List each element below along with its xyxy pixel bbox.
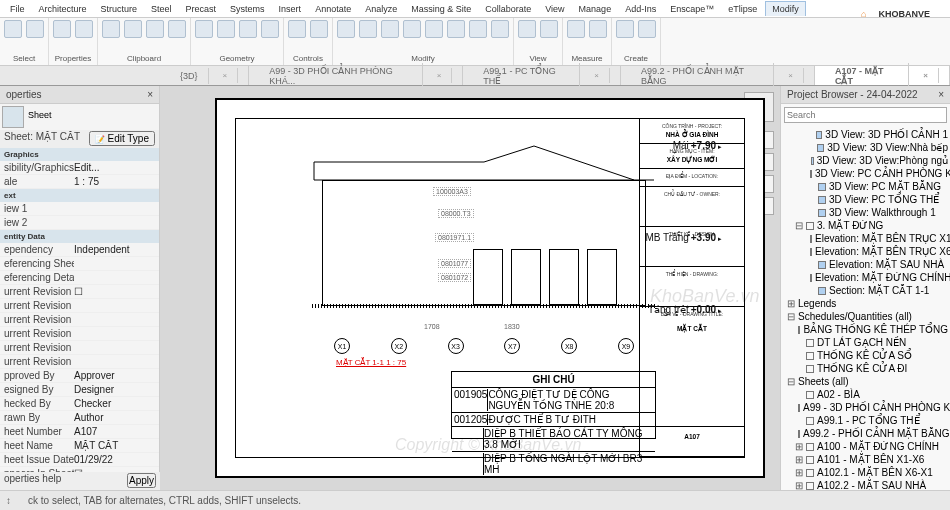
- tool-icon[interactable]: [310, 20, 328, 38]
- tool-icon[interactable]: [239, 20, 257, 38]
- prop-row[interactable]: iew 2: [0, 216, 159, 230]
- tree-node[interactable]: DT LÁT GẠCH NỀN: [781, 336, 950, 349]
- tree-node[interactable]: Section: MẶT CẮT 1-1: [781, 284, 950, 297]
- tool-icon[interactable]: [616, 20, 634, 38]
- close-icon[interactable]: ×: [427, 68, 453, 83]
- tool-icon[interactable]: [518, 20, 536, 38]
- tree-node[interactable]: A99.1 - PC TỔNG THỂ: [781, 414, 950, 427]
- tool-icon[interactable]: [403, 20, 421, 38]
- ribbon-tab-enscape™[interactable]: Enscape™: [664, 2, 720, 16]
- tree-node[interactable]: Elevation: MẶT SAU NHÀ: [781, 258, 950, 271]
- tree-node[interactable]: ⊞A102.2 - MẶT SAU NHÀ: [781, 479, 950, 490]
- tool-icon[interactable]: [491, 20, 509, 38]
- doc-tab[interactable]: A99.2 - PHỐI CẢNH MẶT BẰNG×: [621, 66, 815, 85]
- prop-row[interactable]: ependencyIndependent: [0, 243, 159, 257]
- prop-row[interactable]: urrent Revision Date: [0, 327, 159, 341]
- tree-node[interactable]: 3D View: 3D View:Nhà bếp: [781, 141, 950, 154]
- prop-row[interactable]: eferencing Detail: [0, 271, 159, 285]
- tool-icon[interactable]: [4, 20, 22, 38]
- prop-row[interactable]: heet NameMẶT CẮT: [0, 439, 159, 453]
- tree-node[interactable]: ⊞Legends: [781, 297, 950, 310]
- tool-icon[interactable]: [589, 20, 607, 38]
- tool-icon[interactable]: [638, 20, 656, 38]
- tool-icon[interactable]: [53, 20, 71, 38]
- tool-icon[interactable]: [337, 20, 355, 38]
- tree-node[interactable]: A99.2 - PHỐI CẢNH MẶT BẰNG: [781, 427, 950, 440]
- tree-node[interactable]: ⊞A102.1 - MẶT BÊN X6-X1: [781, 466, 950, 479]
- doc-tab[interactable]: {3D}×: [160, 66, 249, 85]
- tree-node[interactable]: BẢNG THỐNG KÊ THÉP TỔNG: [781, 323, 950, 336]
- tree-node[interactable]: 3D View: PC TỔNG THỂ: [781, 193, 950, 206]
- apply-button[interactable]: Apply: [127, 473, 156, 488]
- prop-row[interactable]: esigned ByDesigner: [0, 383, 159, 397]
- prop-row[interactable]: eferencing Sheet: [0, 257, 159, 271]
- prop-row[interactable]: urrent Revision Issued By: [0, 299, 159, 313]
- tree-node[interactable]: 3D View: PC CẢNH PHÒNG KHÁCH: [781, 167, 950, 180]
- prop-row[interactable]: rawn ByAuthor: [0, 411, 159, 425]
- prop-row[interactable]: urrent Revision Issued To: [0, 313, 159, 327]
- tool-icon[interactable]: [217, 20, 235, 38]
- tool-icon[interactable]: [469, 20, 487, 38]
- tree-node[interactable]: ⊞A101 - MẶT BÊN X1-X6: [781, 453, 950, 466]
- prop-row[interactable]: hecked ByChecker: [0, 397, 159, 411]
- tree-node[interactable]: Elevation: MẶT BÊN TRỤC X1-X6: [781, 232, 950, 245]
- prop-row[interactable]: urrent Revision Descripti...: [0, 341, 159, 355]
- tree-node[interactable]: THỐNG KÊ CỬA ĐI: [781, 362, 950, 375]
- tool-icon[interactable]: [26, 20, 44, 38]
- doc-tab[interactable]: A107 - MẶT CẮT×: [815, 66, 950, 85]
- ribbon-tab-precast[interactable]: Precast: [180, 2, 223, 16]
- doc-tab[interactable]: A99.1 - PC TỔNG THỂ×: [463, 66, 621, 85]
- tree-node[interactable]: Elevation: MẶT ĐỨNG CHÍNH: [781, 271, 950, 284]
- viewport[interactable]: CÔNG TRÌNH - PROJECT:NHÀ Ở GIA ĐÌNH HẠNG…: [160, 86, 780, 490]
- ribbon-tab-manage[interactable]: Manage: [573, 2, 618, 16]
- type-selector[interactable]: Sheet: [26, 106, 157, 128]
- close-icon[interactable]: ×: [913, 68, 939, 83]
- prop-row[interactable]: urrent Revision: [0, 355, 159, 369]
- doc-tab[interactable]: A99 - 3D PHỐI CẢNH PHÒNG KHÁ...×: [249, 66, 463, 85]
- edit-type-button[interactable]: 📝 Edit Type: [89, 131, 155, 146]
- tool-icon[interactable]: [567, 20, 585, 38]
- tree-node[interactable]: ⊟Sheets (all): [781, 375, 950, 388]
- tree-node[interactable]: 3D View: 3D PHỐI CẢNH 1: [781, 128, 950, 141]
- tool-icon[interactable]: [195, 20, 213, 38]
- ribbon-tab-add-ins[interactable]: Add-Ins: [619, 2, 662, 16]
- tool-icon[interactable]: [540, 20, 558, 38]
- tool-icon[interactable]: [359, 20, 377, 38]
- properties-help[interactable]: operties help: [4, 473, 127, 488]
- tree-node[interactable]: Elevation: MẶT BÊN TRỤC X6-X1: [781, 245, 950, 258]
- ribbon-tab-view[interactable]: View: [539, 2, 570, 16]
- tool-icon[interactable]: [102, 20, 120, 38]
- tree-node[interactable]: 3D View: Walkthrough 1: [781, 206, 950, 219]
- tree-node[interactable]: 3D View: PC MẶT BẰNG: [781, 180, 950, 193]
- tool-icon[interactable]: [381, 20, 399, 38]
- tool-icon[interactable]: [146, 20, 164, 38]
- tool-icon[interactable]: [168, 20, 186, 38]
- prop-row[interactable]: heet Issue Date01/29/22: [0, 453, 159, 467]
- close-icon[interactable]: ×: [213, 68, 239, 83]
- close-icon[interactable]: ×: [584, 68, 610, 83]
- tree-node[interactable]: A99 - 3D PHỐI CẢNH PHÒNG KHÁCH: [781, 401, 950, 414]
- tool-icon[interactable]: [261, 20, 279, 38]
- tree-node[interactable]: 3D View: 3D View:Phòng ngủ: [781, 154, 950, 167]
- ribbon-tab-systems[interactable]: Systems: [224, 2, 271, 16]
- prop-row[interactable]: iew 1: [0, 202, 159, 216]
- tree-node[interactable]: ⊞A100 - MẶT ĐỨNG CHÍNH: [781, 440, 950, 453]
- ribbon-tab-modify[interactable]: Modify: [765, 1, 806, 16]
- browser-search[interactable]: [784, 107, 947, 123]
- prop-row[interactable]: urrent Revision Issued☐: [0, 285, 159, 299]
- ribbon-tab-analyze[interactable]: Analyze: [359, 2, 403, 16]
- prop-row[interactable]: pproved ByApprover: [0, 369, 159, 383]
- ribbon-tab-steel[interactable]: Steel: [145, 2, 178, 16]
- prop-row[interactable]: ale1 : 75: [0, 175, 159, 189]
- tree-node[interactable]: ⊟Schedules/Quantities (all): [781, 310, 950, 323]
- tool-icon[interactable]: [288, 20, 306, 38]
- ribbon-tab-massing & site[interactable]: Massing & Site: [405, 2, 477, 16]
- tree-node[interactable]: ⊟3. MẶT ĐỨNG: [781, 219, 950, 232]
- ribbon-tab-architecture[interactable]: Architecture: [33, 2, 93, 16]
- tool-icon[interactable]: [75, 20, 93, 38]
- tool-icon[interactable]: [425, 20, 443, 38]
- ribbon-tab-annotate[interactable]: Annotate: [309, 2, 357, 16]
- ribbon-tab-structure[interactable]: Structure: [95, 2, 144, 16]
- ribbon-tab-file[interactable]: File: [4, 2, 31, 16]
- close-icon[interactable]: ×: [778, 68, 804, 83]
